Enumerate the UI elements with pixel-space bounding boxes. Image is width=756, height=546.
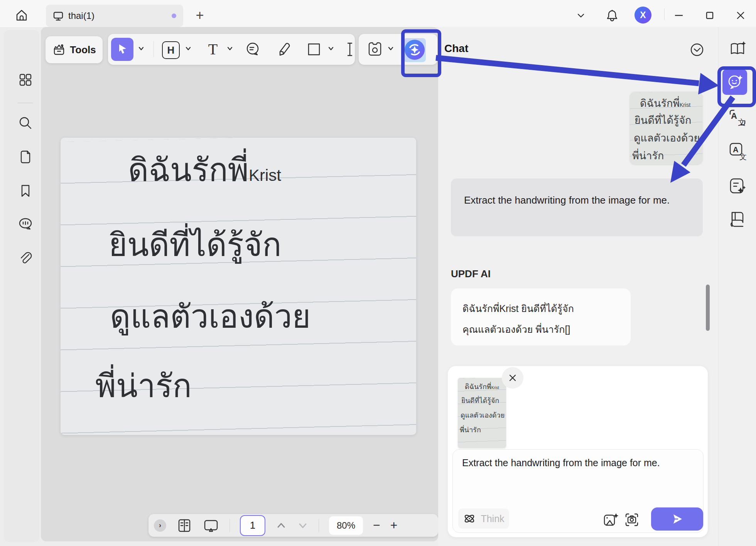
page-layout-button[interactable] [176, 517, 192, 534]
ai-reader-mode-button[interactable] [728, 209, 747, 228]
thumb-line-3: ดูแลตัวเองด้วย [634, 130, 700, 146]
comment-tool-button[interactable] [244, 40, 262, 59]
screenshot-camera-icon [624, 512, 640, 528]
account-avatar[interactable]: X [634, 7, 651, 24]
shape-tool-button[interactable] [305, 41, 322, 58]
document-canvas: ดิฉันรักพี่Krist ยินดีที่ได้รู้จัก ดูแลต… [41, 27, 438, 541]
chat-history-button[interactable] [688, 41, 706, 59]
notifications-button[interactable] [604, 7, 621, 24]
edit-text-icon [345, 39, 353, 59]
send-button[interactable] [651, 507, 703, 531]
heading-tool-button[interactable]: H [162, 41, 180, 59]
snapshot-dropdown[interactable] [387, 45, 395, 52]
send-icon [670, 512, 684, 526]
ai-summarize-button[interactable] [728, 177, 747, 196]
chevron-up-icon [275, 520, 287, 531]
expand-controls-button[interactable]: › [154, 519, 166, 532]
ai-translate-selection-button[interactable]: A 文 [728, 108, 747, 127]
handwriting-line-1: ดิฉันรักพี่Krist [128, 145, 281, 195]
pencil-tool-button[interactable] [275, 39, 293, 59]
shape-tool-dropdown[interactable] [327, 45, 335, 52]
previous-page-button[interactable] [275, 520, 287, 531]
attach-line-2: ยินดีที่ได้รู้จัก [461, 395, 499, 406]
sidebar-item-search[interactable] [17, 114, 34, 132]
atom-icon [463, 512, 476, 525]
snapshot-tool-button[interactable] [366, 39, 384, 59]
heading-icon: H [162, 41, 180, 59]
user-image-message[interactable]: ดิฉันรักพี่Krist ยินดีที่ได้รู้จัก ดูแลต… [630, 92, 702, 164]
edit-text-tool-button-clipped[interactable] [345, 39, 353, 59]
zoom-out-button[interactable]: − [373, 518, 380, 533]
think-toggle-button[interactable]: Think [458, 509, 509, 529]
toolbar-divider [154, 41, 154, 57]
text-tool-dropdown[interactable] [226, 45, 234, 52]
book-sparkle-icon [728, 40, 747, 58]
handwriting-line-2: ยินดีที่ได้รู้จัก [109, 219, 282, 270]
ai-read-button[interactable] [728, 39, 747, 59]
chat-panel-title: Chat [444, 42, 468, 55]
minimize-button[interactable] [670, 8, 687, 23]
document-tab[interactable]: thai(1) [46, 5, 183, 27]
text-tool-button[interactable]: T [204, 40, 221, 59]
paperclip-icon [17, 250, 34, 266]
handwriting-line-1-thai: ดิฉันรักพี่ [128, 152, 249, 187]
zoom-in-button[interactable]: + [390, 518, 398, 533]
annotation-box-sidebar-ai [717, 66, 756, 107]
image-sparkle-icon [602, 512, 619, 528]
svg-text:文: 文 [738, 118, 746, 126]
cursor-icon [116, 43, 129, 56]
zoom-level-button[interactable]: 80% [329, 516, 363, 535]
attach-line-4: พี่น่ารัก [460, 424, 481, 435]
sidebar-item-comments[interactable] [17, 215, 34, 233]
add-image-button[interactable] [601, 511, 620, 529]
screen-share-icon [202, 517, 219, 534]
svg-text:文: 文 [739, 153, 747, 160]
new-tab-button[interactable]: + [192, 8, 208, 23]
presentation-button[interactable] [202, 517, 219, 534]
select-tool-button[interactable] [111, 38, 133, 61]
remove-attachment-button[interactable] [502, 367, 523, 389]
tools-button[interactable]: Tools [46, 36, 103, 63]
svg-text:A: A [733, 145, 738, 154]
close-icon [508, 373, 517, 383]
tab-title: thai(1) [68, 10, 94, 21]
search-icon [18, 115, 33, 131]
page-image[interactable]: ดิฉันรักพี่Krist ยินดีที่ได้รู้จัก ดูแลต… [61, 138, 416, 435]
collapse-toolbar-button[interactable] [573, 8, 589, 23]
sidebar-item-thumbnails[interactable] [17, 71, 34, 89]
close-button[interactable] [732, 8, 749, 23]
sidebar-item-attachments[interactable] [17, 249, 34, 267]
ai-translate-page-button[interactable]: A 文 [728, 141, 747, 160]
annotation-box-toolbar-ai [401, 29, 441, 77]
avatar-initial: X [640, 10, 646, 20]
attached-image-preview[interactable]: ดิฉันรักพี่Krist ยินดีที่ได้รู้จัก ดูแลต… [458, 378, 506, 448]
thumb-line-1: ดิฉันรักพี่Krist [640, 95, 690, 111]
bottombar-divider [230, 519, 230, 532]
page-number-input[interactable]: 1 [240, 515, 265, 536]
ai-response-line-1: ดิฉันรักพี่Krist ยินดีที่ได้รู้จัก [462, 298, 619, 319]
snapshot-icon [366, 40, 384, 58]
next-page-button[interactable] [297, 520, 309, 531]
home-button[interactable] [13, 7, 30, 24]
chat-scrollbar[interactable] [706, 285, 710, 331]
svg-text:A: A [731, 111, 737, 121]
page-icon [18, 150, 33, 164]
handwriting-line-3: ดูแลตัวเองด้วย [110, 291, 310, 341]
screenshot-button[interactable] [623, 511, 641, 529]
chat-input-box[interactable]: Extract the handwriting from the image f… [452, 449, 704, 533]
chevron-down-icon [297, 520, 309, 531]
maximize-button[interactable] [701, 8, 718, 23]
text-icon: T [208, 42, 218, 57]
sidebar-item-pages[interactable] [17, 148, 34, 166]
sidebar-item-bookmarks[interactable] [17, 182, 34, 200]
select-tool-dropdown[interactable] [137, 45, 145, 52]
ai-response-message: ดิฉันรักพี่Krist ยินดีที่ได้รู้จัก คุณแล… [451, 288, 631, 345]
left-sidebar [4, 30, 39, 542]
ai-chat-panel: Chat ดิฉันรักพี่Krist ยินดีที่ได้รู้จัก … [438, 27, 718, 546]
handwriting-line-1-latin: Krist [249, 166, 281, 184]
comment-bubble-icon [244, 41, 261, 58]
chat-input-value[interactable]: Extract the handwriting from the image f… [462, 456, 694, 470]
sidebar-item-stamps[interactable] [17, 544, 34, 546]
close-icon [736, 10, 746, 20]
heading-tool-dropdown[interactable] [184, 45, 192, 52]
